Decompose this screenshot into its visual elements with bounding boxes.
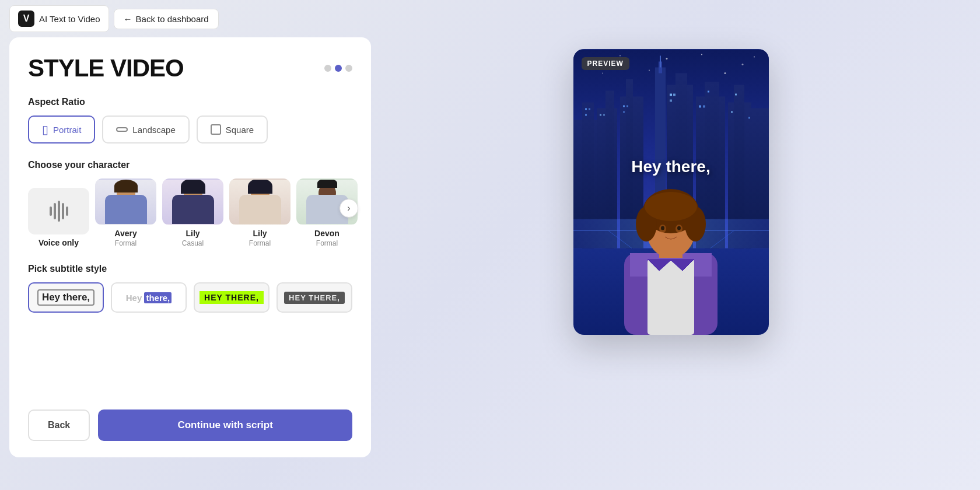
topbar: V AI Text to Video ← Back to dashboard	[0, 0, 980, 37]
lily-casual-body	[172, 195, 214, 224]
aspect-ratio-group: ▯ Portrait Landscape Square	[28, 116, 352, 144]
svg-point-58	[661, 226, 664, 230]
voice-bar-1	[50, 206, 52, 216]
lily-formal-thumb	[229, 178, 290, 225]
subtitle-style2[interactable]: Hey there,	[111, 282, 187, 313]
characters-label: Choose your character	[28, 160, 352, 170]
svg-rect-32	[626, 106, 628, 107]
lily-formal-body	[239, 195, 281, 224]
subtitle-preview-1: Hey there,	[37, 289, 94, 306]
svg-rect-37	[699, 106, 701, 108]
continue-button[interactable]: Continue with script	[98, 410, 352, 441]
svg-rect-27	[589, 108, 590, 110]
panel-header: Style Video	[28, 56, 352, 80]
svg-point-3	[666, 58, 667, 60]
aspect-square-button[interactable]: Square	[197, 116, 268, 144]
back-arrow-icon: ←	[124, 14, 132, 24]
subtitle-style1[interactable]: Hey there,	[28, 282, 104, 313]
characters-next-arrow[interactable]: ›	[340, 199, 358, 218]
svg-rect-36	[670, 100, 672, 102]
devon-hair	[317, 178, 337, 188]
aspect-ratio-label: Aspect Ratio	[28, 97, 352, 107]
voice-bar-5	[66, 206, 68, 216]
subtitle-row: Hey there, Hey there, HEY THERE, HEY THE…	[28, 282, 352, 313]
svg-rect-50	[648, 259, 694, 335]
svg-rect-18	[660, 56, 661, 68]
right-panel: PREVIEW	[371, 37, 971, 346]
svg-rect-39	[708, 91, 709, 93]
svg-rect-35	[673, 94, 676, 96]
left-panel: Style Video Aspect Ratio ▯ Portrait Land…	[9, 37, 371, 457]
avery-hair	[114, 180, 138, 192]
svg-rect-40	[731, 111, 733, 113]
svg-rect-30	[603, 114, 605, 116]
avery-body	[105, 195, 147, 224]
character-lily-formal[interactable]: Lily Formal	[229, 178, 290, 247]
step-dots	[324, 65, 352, 72]
devon-name: Devon	[314, 229, 340, 238]
svg-rect-34	[670, 94, 672, 96]
back-button[interactable]: Back	[28, 410, 90, 441]
subtitle-highlight: there,	[144, 292, 172, 303]
subtitle-label: Pick subtitle style	[28, 264, 352, 274]
preview-container: PREVIEW	[573, 49, 769, 335]
lily-casual-hair	[181, 178, 205, 194]
avery-sub: Formal	[115, 239, 136, 247]
landscape-label: Landscape	[132, 125, 175, 135]
characters-row: Voice only Avery Formal	[28, 178, 352, 247]
step-dot-1	[324, 65, 331, 72]
landscape-icon	[116, 127, 128, 132]
lily-casual-name: Lily	[186, 229, 200, 238]
svg-rect-41	[735, 94, 737, 96]
character-voice-only[interactable]: Voice only	[28, 188, 89, 247]
svg-point-4	[701, 54, 702, 55]
subtitle-preview-4: HEY THERE,	[284, 292, 345, 304]
subtitle-preview-2: Hey there,	[126, 293, 172, 303]
subtitle-style4[interactable]: HEY THERE,	[276, 282, 352, 313]
preview-avatar	[610, 172, 732, 335]
preview-badge: PREVIEW	[582, 57, 629, 70]
aspect-landscape-button[interactable]: Landscape	[102, 116, 189, 144]
back-to-dashboard-button[interactable]: ← Back to dashboard	[114, 9, 219, 29]
character-avery-formal[interactable]: Avery Formal	[95, 178, 156, 247]
subtitle-style3[interactable]: HEY THERE,	[194, 282, 270, 313]
svg-rect-38	[703, 106, 705, 108]
app-logo: V	[18, 10, 34, 27]
preview-background: Hey there,	[573, 49, 769, 335]
back-to-dashboard-label: Back to dashboard	[136, 14, 209, 24]
bottom-buttons: Back Continue with script	[28, 398, 352, 441]
svg-point-2	[620, 55, 621, 57]
main-content: Style Video Aspect Ratio ▯ Portrait Land…	[0, 37, 980, 490]
avery-shape	[96, 180, 155, 224]
voice-bar-2	[54, 203, 56, 219]
app-title-button[interactable]: V AI Text to Video	[9, 5, 109, 32]
svg-point-6	[754, 57, 755, 58]
devon-sub: Formal	[316, 239, 338, 247]
character-lily-casual[interactable]: Lily Casual	[162, 178, 223, 247]
lily-casual-shape	[163, 180, 222, 224]
step-dot-2	[335, 65, 342, 72]
aspect-portrait-button[interactable]: ▯ Portrait	[28, 116, 95, 144]
voice-bars	[50, 200, 68, 223]
lily-formal-sub: Formal	[249, 239, 271, 247]
page-title: Style Video	[28, 56, 184, 80]
svg-point-5	[741, 64, 743, 65]
avery-name: Avery	[114, 229, 136, 238]
lily-formal-name: Lily	[253, 229, 267, 238]
voice-only-name: Voice only	[38, 238, 79, 247]
avatar-svg	[612, 177, 729, 335]
svg-rect-28	[585, 114, 587, 116]
square-label: Square	[226, 125, 254, 135]
voice-bar-4	[62, 203, 64, 219]
voice-only-thumb	[28, 188, 89, 235]
svg-point-55	[645, 192, 697, 221]
lily-casual-sub: Casual	[182, 239, 204, 247]
subtitle-section: Pick subtitle style Hey there, Hey there…	[28, 264, 352, 313]
svg-rect-31	[623, 106, 625, 107]
voice-bar-3	[58, 201, 60, 222]
svg-point-7	[602, 73, 603, 74]
svg-point-9	[724, 72, 726, 74]
portrait-icon: ▯	[42, 123, 48, 136]
characters-section: Choose your character Voice only	[28, 160, 352, 247]
portrait-label: Portrait	[53, 125, 81, 135]
